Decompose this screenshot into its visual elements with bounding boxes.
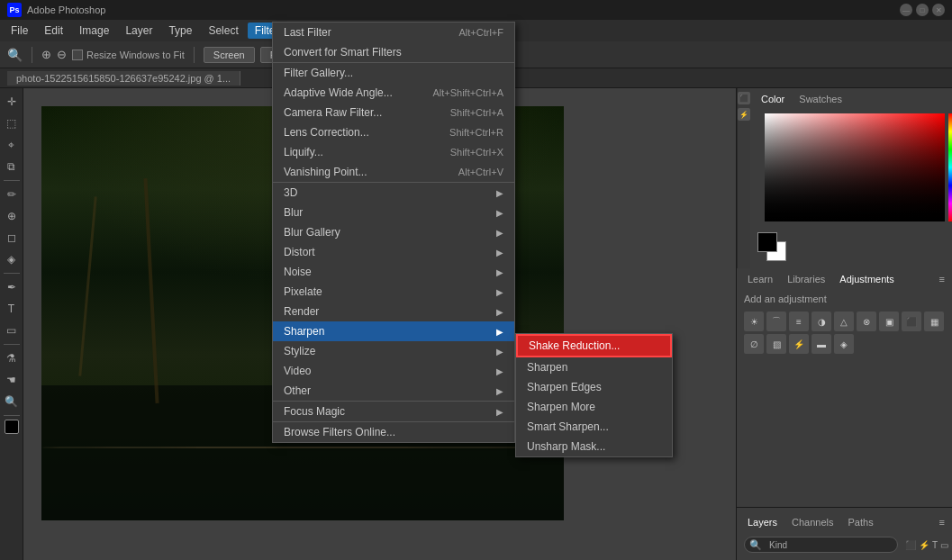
adj-channel[interactable]: ▦ — [924, 312, 944, 331]
menu-blur[interactable]: Blur ▶ — [273, 203, 514, 222]
close-button[interactable]: ✕ — [932, 4, 945, 16]
layers-filter-2[interactable]: ⚡ — [919, 540, 929, 550]
lasso-tool[interactable]: ⌖ — [2, 135, 22, 155]
menu-blur-gallery[interactable]: Blur Gallery ▶ — [273, 222, 514, 242]
menu-liquify[interactable]: Liquify... Shift+Ctrl+X — [273, 142, 514, 162]
fill-tool[interactable]: ◈ — [2, 249, 22, 269]
menu-render[interactable]: Render ▶ — [273, 302, 514, 321]
menu-edit[interactable]: Edit — [37, 23, 70, 39]
tab-color[interactable]: Color — [757, 92, 788, 106]
vanishing-label: Vanishing Point... — [284, 166, 367, 178]
file-tab-item[interactable]: photo-1522515615850-126637e95242.jpg @ 1… — [7, 71, 240, 86]
submenu-sharpen[interactable]: Sharpen — [516, 357, 672, 377]
crop-tool[interactable]: ⧉ — [2, 157, 22, 176]
submenu-shake-reduction[interactable]: Shake Reduction... — [516, 334, 672, 357]
menu-stylize[interactable]: Stylize ▶ — [273, 341, 514, 361]
layers-filter-3[interactable]: T — [932, 540, 938, 550]
tool-separator-4 — [4, 415, 20, 416]
fg-color[interactable] — [5, 420, 19, 434]
menu-convert-smart[interactable]: Convert for Smart Filters — [273, 42, 514, 62]
foreground-swatch[interactable] — [757, 232, 777, 252]
submenu-sharpen-edges[interactable]: Sharpen Edges — [516, 377, 672, 397]
screen-button[interactable]: Screen — [204, 47, 255, 63]
adj-colorbal[interactable]: ⊗ — [857, 312, 876, 331]
tab-libraries[interactable]: Libraries — [784, 272, 829, 286]
menu-focus-magic[interactable]: Focus Magic ▶ — [273, 402, 514, 421]
adj-threshold[interactable]: ⚡ — [789, 334, 809, 354]
submenu-sharpen-more[interactable]: Sharpen More — [516, 397, 672, 417]
brush-tool[interactable]: ✏ — [2, 185, 22, 204]
adj-gradient[interactable]: ▬ — [811, 334, 831, 354]
maximize-button[interactable]: □ — [916, 4, 929, 16]
fg-bg-swatches[interactable] — [757, 232, 786, 261]
adj-bw[interactable]: ▣ — [879, 312, 899, 331]
menu-lens-correction[interactable]: Lens Correction... Shift+Ctrl+R — [273, 122, 514, 142]
submenu-unsharp-mask[interactable]: Unsharp Mask... — [516, 437, 672, 456]
menu-layer[interactable]: Layer — [118, 23, 159, 39]
menu-filter-gallery[interactable]: Filter Gallery... — [273, 63, 514, 83]
stamp-tool[interactable]: ⊕ — [2, 206, 22, 226]
minimize-button[interactable]: — — [900, 4, 912, 16]
tab-learn[interactable]: Learn — [744, 272, 776, 286]
strip-btn-1[interactable]: ⬛ — [738, 92, 750, 104]
search-icon: 🔍 — [749, 539, 762, 551]
menu-distort[interactable]: Distort ▶ — [273, 242, 514, 262]
filter-section-4: Focus Magic ▶ — [273, 402, 514, 422]
menu-adaptive-wide[interactable]: Adaptive Wide Angle... Alt+Shift+Ctrl+A — [273, 83, 514, 103]
menu-camera-raw[interactable]: Camera Raw Filter... Shift+Ctrl+A — [273, 103, 514, 122]
menu-select[interactable]: Select — [201, 23, 245, 39]
adj-curves[interactable]: ⌒ — [766, 312, 786, 331]
color-section: ⬛ ⚡ Color Swatches ≡ — [737, 88, 952, 268]
layers-menu-btn[interactable]: ≡ — [939, 517, 945, 528]
adj-brightness[interactable]: ☀ — [744, 312, 764, 331]
adaptive-shortcut: Alt+Shift+Ctrl+A — [432, 87, 503, 98]
adjustments-panel: Learn Libraries Adjustments ≡ Add an adj… — [737, 268, 952, 508]
strip-btn-2[interactable]: ⚡ — [738, 108, 750, 121]
eraser-tool[interactable]: ◻ — [2, 228, 22, 248]
menu-sharpen[interactable]: Sharpen ▶ — [273, 321, 514, 341]
color-gradient[interactable] — [765, 113, 945, 221]
menu-other[interactable]: Other ▶ — [273, 381, 514, 401]
hue-spectrum[interactable] — [948, 113, 952, 221]
menu-pixelate[interactable]: Pixelate ▶ — [273, 282, 514, 302]
resize-checkbox[interactable] — [72, 50, 83, 60]
adj-selective[interactable]: ◈ — [834, 334, 854, 354]
layers-search-input[interactable] — [744, 537, 898, 553]
zoom-canvas-tool[interactable]: 🔍 — [2, 392, 22, 411]
adj-hue[interactable]: ◑ — [811, 312, 831, 331]
adj-photo[interactable]: ⬛ — [902, 312, 921, 331]
move-tool[interactable]: ✛ — [2, 92, 22, 112]
layers-filter-4[interactable]: ▭ — [940, 540, 948, 550]
zoom-out[interactable]: ⊖ — [57, 48, 67, 61]
menu-video[interactable]: Video ▶ — [273, 361, 514, 381]
menu-vanishing-point[interactable]: Vanishing Point... Alt+Ctrl+V — [273, 162, 514, 182]
menu-type[interactable]: Type — [161, 23, 199, 39]
type-tool[interactable]: T — [2, 299, 22, 319]
menu-browse-filters[interactable]: Browse Filters Online... — [273, 422, 514, 442]
adj-levels[interactable]: ≡ — [789, 312, 809, 331]
adj-vibrance[interactable]: △ — [834, 312, 854, 331]
adj-poster[interactable]: ▧ — [766, 334, 786, 354]
menu-3d[interactable]: 3D ▶ — [273, 183, 514, 203]
layers-filter-1[interactable]: ⬛ — [905, 540, 916, 550]
tab-channels[interactable]: Channels — [788, 515, 837, 529]
menu-image[interactable]: Image — [72, 23, 116, 39]
pen-tool[interactable]: ✒ — [2, 277, 22, 297]
hand-tool[interactable]: ☚ — [2, 370, 22, 390]
camera-raw-label: Camera Raw Filter... — [284, 106, 382, 119]
shape-tool[interactable]: ▭ — [2, 321, 22, 340]
menu-file[interactable]: File — [4, 23, 35, 39]
zoom-in[interactable]: ⊕ — [41, 48, 51, 61]
menu-last-filter[interactable]: Last Filter Alt+Ctrl+F — [273, 23, 514, 42]
resize-windows-option[interactable]: Resize Windows to Fit — [72, 50, 185, 60]
tab-swatches[interactable]: Swatches — [795, 92, 846, 106]
tab-paths[interactable]: Paths — [845, 515, 877, 529]
submenu-smart-sharpen[interactable]: Smart Sharpen... — [516, 417, 672, 437]
menu-noise[interactable]: Noise ▶ — [273, 262, 514, 282]
tab-layers[interactable]: Layers — [744, 515, 781, 529]
eyedropper-tool[interactable]: ⚗ — [2, 348, 22, 368]
tab-adjustments[interactable]: Adjustments — [836, 272, 898, 286]
select-tool[interactable]: ⬚ — [2, 113, 22, 133]
adj-menu-btn[interactable]: ≡ — [939, 274, 945, 285]
adj-invert[interactable]: ∅ — [744, 334, 764, 354]
